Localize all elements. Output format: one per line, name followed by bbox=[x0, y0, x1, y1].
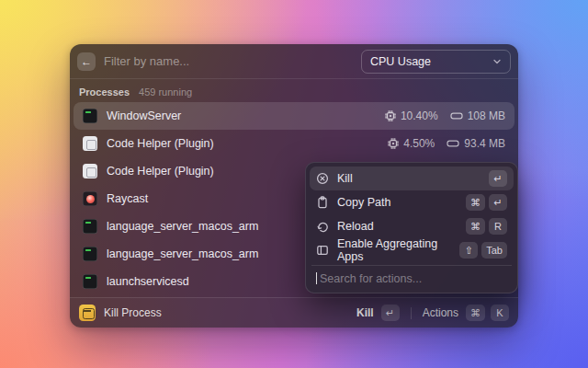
clipboard-icon bbox=[316, 196, 329, 209]
sort-dropdown-value: CPU Usage bbox=[370, 55, 431, 68]
process-accessories: 10.40% 108 MB bbox=[385, 109, 505, 122]
cpu-icon bbox=[385, 110, 396, 121]
kill-process-app-icon bbox=[79, 305, 96, 321]
cpu-accessory: 10.40% bbox=[385, 109, 438, 122]
action-item-enable-aggregating-apps[interactable]: Enable Aggregating Apps ⇧ Tab bbox=[310, 238, 514, 262]
reload-icon bbox=[316, 220, 329, 233]
process-name: WindowServer bbox=[107, 109, 181, 122]
shift-key-icon: ⇧ bbox=[459, 242, 478, 259]
process-name: Code Helper (Plugin) bbox=[107, 165, 214, 178]
raycast-app-icon bbox=[83, 191, 97, 206]
process-name: Raycast bbox=[107, 192, 148, 205]
action-search-input[interactable]: Search for actions... bbox=[310, 269, 514, 289]
code-helper-app-icon bbox=[83, 136, 97, 151]
actions-button[interactable]: Actions bbox=[423, 306, 458, 319]
cpu-icon bbox=[388, 138, 399, 149]
r-key-icon: R bbox=[489, 218, 507, 235]
primary-action-label[interactable]: Kill bbox=[356, 306, 374, 319]
extension-title: Kill Process bbox=[104, 306, 162, 319]
chevron-down-icon bbox=[492, 57, 502, 66]
process-row-windowserver[interactable]: WindowServer 10.40% 108 MB bbox=[74, 102, 514, 130]
action-label: Reload bbox=[337, 220, 374, 233]
back-icon: ← bbox=[81, 56, 92, 67]
popup-divider bbox=[311, 265, 512, 266]
section-label: Processes bbox=[79, 86, 130, 98]
terminal-app-icon bbox=[83, 109, 97, 123]
tab-key-icon: Tab bbox=[481, 242, 507, 259]
process-name: launchservicesd bbox=[107, 275, 189, 288]
section-header: Processes 459 running bbox=[70, 79, 518, 102]
text-caret bbox=[316, 272, 317, 284]
memory-accessory: 93.4 MB bbox=[447, 137, 505, 150]
memory-value: 108 MB bbox=[468, 109, 505, 122]
action-label: Kill bbox=[337, 172, 353, 185]
filter-input[interactable] bbox=[104, 54, 353, 68]
k-key-icon: K bbox=[491, 305, 509, 321]
cpu-value: 4.50% bbox=[403, 137, 435, 150]
footer-actions: Kill ↵ Actions ⌘ K bbox=[356, 305, 509, 321]
footer-bar: Kill Process Kill ↵ Actions ⌘ K bbox=[70, 297, 518, 328]
kill-icon bbox=[316, 172, 329, 185]
process-name: Code Helper (Plugin) bbox=[107, 137, 214, 150]
command-key-icon: ⌘ bbox=[466, 218, 485, 235]
action-shortcut: ⇧ Tab bbox=[459, 242, 507, 259]
desktop: { "window": { "search": { "placeholder":… bbox=[0, 0, 588, 368]
action-shortcut: ↵ bbox=[489, 170, 507, 187]
return-key-icon: ↵ bbox=[381, 305, 400, 321]
terminal-app-icon bbox=[83, 219, 97, 234]
top-bar: ← CPU Usage bbox=[70, 44, 518, 79]
action-shortcut: ⌘ R bbox=[466, 218, 507, 235]
code-helper-app-icon bbox=[83, 164, 97, 178]
action-item-reload[interactable]: Reload ⌘ R bbox=[310, 214, 514, 238]
process-name: language_server_macos_arm bbox=[107, 247, 258, 260]
memory-icon bbox=[447, 138, 459, 149]
action-label: Copy Path bbox=[337, 196, 390, 209]
memory-value: 93.4 MB bbox=[464, 137, 505, 150]
action-item-kill[interactable]: Kill ↵ bbox=[310, 167, 514, 190]
footer-divider bbox=[411, 307, 412, 319]
process-row-code-helper-1[interactable]: Code Helper (Plugin) 4.50% 93.4 MB bbox=[74, 130, 514, 157]
sort-dropdown[interactable]: CPU Usage bbox=[361, 50, 511, 74]
command-key-icon: ⌘ bbox=[466, 194, 485, 211]
action-menu: Kill ↵ Copy Path ⌘ ↵ Reload ⌘ R Enable A… bbox=[305, 162, 518, 293]
action-item-copy-path[interactable]: Copy Path ⌘ ↵ bbox=[310, 190, 514, 214]
return-key-icon: ↵ bbox=[489, 194, 507, 211]
process-accessories: 4.50% 93.4 MB bbox=[388, 137, 505, 150]
memory-accessory: 108 MB bbox=[450, 109, 505, 122]
return-key-icon: ↵ bbox=[489, 170, 507, 187]
terminal-app-icon bbox=[83, 247, 97, 261]
command-key-icon: ⌘ bbox=[466, 305, 485, 321]
memory-icon bbox=[450, 110, 463, 121]
action-search-placeholder: Search for actions... bbox=[320, 272, 422, 285]
terminal-app-icon bbox=[83, 274, 97, 289]
cpu-accessory: 4.50% bbox=[388, 137, 435, 150]
cpu-value: 10.40% bbox=[401, 109, 438, 122]
back-button[interactable]: ← bbox=[77, 52, 96, 71]
process-name: language_server_macos_arm bbox=[107, 220, 258, 233]
action-shortcut: ⌘ ↵ bbox=[466, 194, 507, 211]
action-label: Enable Aggregating Apps bbox=[337, 237, 451, 263]
section-count: 459 running bbox=[139, 86, 192, 98]
window-icon bbox=[316, 244, 329, 257]
